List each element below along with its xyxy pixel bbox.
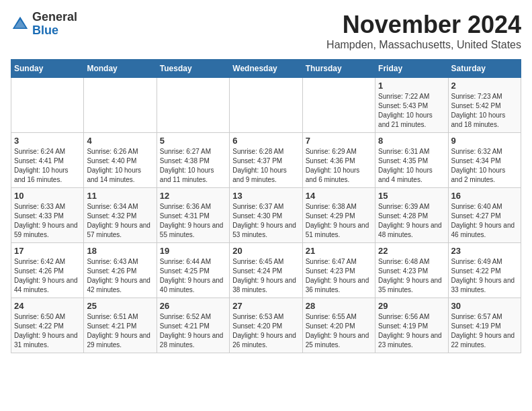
day-number: 10 [14, 191, 81, 201]
calendar-body: 1Sunrise: 7:22 AM Sunset: 5:43 PM Daylig… [11, 78, 521, 353]
day-info: Sunrise: 6:44 AM Sunset: 4:25 PM Dayligh… [160, 257, 226, 295]
calendar-cell: 21Sunrise: 6:47 AM Sunset: 4:23 PM Dayli… [302, 243, 375, 298]
day-number: 4 [87, 136, 153, 146]
calendar-cell: 19Sunrise: 6:44 AM Sunset: 4:25 PM Dayli… [157, 243, 229, 298]
day-info: Sunrise: 6:47 AM Sunset: 4:23 PM Dayligh… [306, 257, 372, 295]
day-of-week-header: Saturday [448, 60, 521, 78]
day-info: Sunrise: 6:29 AM Sunset: 4:36 PM Dayligh… [306, 147, 372, 185]
calendar-cell: 13Sunrise: 6:37 AM Sunset: 4:30 PM Dayli… [230, 188, 302, 243]
day-of-week-header: Wednesday [230, 60, 302, 78]
day-info: Sunrise: 6:33 AM Sunset: 4:33 PM Dayligh… [14, 202, 81, 240]
calendar-cell: 23Sunrise: 6:49 AM Sunset: 4:22 PM Dayli… [448, 243, 521, 298]
day-number: 27 [232, 301, 299, 311]
calendar-cell: 27Sunrise: 6:53 AM Sunset: 4:20 PM Dayli… [230, 298, 302, 353]
day-number: 28 [306, 301, 372, 311]
calendar-week-row: 24Sunrise: 6:50 AM Sunset: 4:22 PM Dayli… [11, 298, 521, 353]
day-number: 24 [14, 301, 81, 311]
calendar-week-row: 1Sunrise: 7:22 AM Sunset: 5:43 PM Daylig… [11, 78, 521, 133]
calendar-cell: 20Sunrise: 6:45 AM Sunset: 4:24 PM Dayli… [230, 243, 302, 298]
day-number: 8 [378, 136, 445, 146]
calendar-cell: 22Sunrise: 6:48 AM Sunset: 4:23 PM Dayli… [375, 243, 448, 298]
day-info: Sunrise: 6:53 AM Sunset: 4:20 PM Dayligh… [232, 312, 299, 350]
calendar-cell: 1Sunrise: 7:22 AM Sunset: 5:43 PM Daylig… [375, 78, 448, 133]
calendar-week-row: 10Sunrise: 6:33 AM Sunset: 4:33 PM Dayli… [11, 188, 521, 243]
day-number: 20 [232, 246, 299, 256]
day-number: 13 [232, 191, 299, 201]
day-number: 3 [14, 136, 81, 146]
calendar-cell [157, 78, 229, 133]
day-number: 16 [451, 191, 518, 201]
day-info: Sunrise: 6:32 AM Sunset: 4:34 PM Dayligh… [451, 147, 518, 185]
day-number: 21 [306, 246, 372, 256]
title-area: November 2024 Hampden, Massachusetts, Un… [326, 11, 521, 51]
calendar-cell: 8Sunrise: 6:31 AM Sunset: 4:35 PM Daylig… [375, 133, 448, 188]
calendar-cell: 30Sunrise: 6:57 AM Sunset: 4:19 PM Dayli… [448, 298, 521, 353]
logo: General Blue [11, 11, 77, 38]
day-info: Sunrise: 6:28 AM Sunset: 4:37 PM Dayligh… [232, 147, 299, 185]
calendar-cell: 11Sunrise: 6:34 AM Sunset: 4:32 PM Dayli… [84, 188, 157, 243]
day-info: Sunrise: 6:45 AM Sunset: 4:24 PM Dayligh… [232, 257, 299, 295]
day-number: 19 [160, 246, 226, 256]
calendar-week-row: 17Sunrise: 6:42 AM Sunset: 4:26 PM Dayli… [11, 243, 521, 298]
day-info: Sunrise: 6:24 AM Sunset: 4:41 PM Dayligh… [14, 147, 81, 185]
day-info: Sunrise: 6:51 AM Sunset: 4:21 PM Dayligh… [87, 312, 153, 350]
calendar-cell: 4Sunrise: 6:26 AM Sunset: 4:40 PM Daylig… [84, 133, 157, 188]
day-info: Sunrise: 6:49 AM Sunset: 4:22 PM Dayligh… [451, 257, 518, 295]
day-number: 15 [378, 191, 445, 201]
day-number: 1 [378, 81, 445, 91]
calendar-cell: 24Sunrise: 6:50 AM Sunset: 4:22 PM Dayli… [11, 298, 84, 353]
day-of-week-header: Sunday [11, 60, 84, 78]
calendar-cell: 2Sunrise: 7:23 AM Sunset: 5:42 PM Daylig… [448, 78, 521, 133]
day-number: 14 [306, 191, 372, 201]
day-number: 7 [306, 136, 372, 146]
month-title: November 2024 [326, 11, 521, 39]
calendar-cell: 14Sunrise: 6:38 AM Sunset: 4:29 PM Dayli… [302, 188, 375, 243]
calendar-cell: 28Sunrise: 6:55 AM Sunset: 4:20 PM Dayli… [302, 298, 375, 353]
day-info: Sunrise: 6:31 AM Sunset: 4:35 PM Dayligh… [378, 147, 445, 185]
day-number: 18 [87, 246, 153, 256]
day-info: Sunrise: 6:34 AM Sunset: 4:32 PM Dayligh… [87, 202, 153, 240]
location-title: Hampden, Massachusetts, United States [326, 39, 521, 51]
calendar-table: SundayMondayTuesdayWednesdayThursdayFrid… [11, 59, 521, 353]
day-number: 23 [451, 246, 518, 256]
header: General Blue November 2024 Hampden, Mass… [11, 11, 521, 51]
calendar-cell: 17Sunrise: 6:42 AM Sunset: 4:26 PM Dayli… [11, 243, 84, 298]
day-number: 11 [87, 191, 153, 201]
logo-icon [11, 15, 30, 34]
day-info: Sunrise: 6:37 AM Sunset: 4:30 PM Dayligh… [232, 202, 299, 240]
day-number: 25 [87, 301, 153, 311]
calendar-cell: 25Sunrise: 6:51 AM Sunset: 4:21 PM Dayli… [84, 298, 157, 353]
calendar-cell: 10Sunrise: 6:33 AM Sunset: 4:33 PM Dayli… [11, 188, 84, 243]
day-number: 29 [378, 301, 445, 311]
day-number: 2 [451, 81, 518, 91]
day-number: 6 [232, 136, 299, 146]
calendar-cell: 29Sunrise: 6:56 AM Sunset: 4:19 PM Dayli… [375, 298, 448, 353]
calendar-week-row: 3Sunrise: 6:24 AM Sunset: 4:41 PM Daylig… [11, 133, 521, 188]
calendar-cell [302, 78, 375, 133]
day-info: Sunrise: 6:55 AM Sunset: 4:20 PM Dayligh… [306, 312, 372, 350]
day-info: Sunrise: 6:56 AM Sunset: 4:19 PM Dayligh… [378, 312, 445, 350]
calendar-cell [11, 78, 84, 133]
logo-blue: Blue [32, 24, 58, 37]
day-info: Sunrise: 6:38 AM Sunset: 4:29 PM Dayligh… [306, 202, 372, 240]
day-number: 26 [160, 301, 226, 311]
calendar-cell: 12Sunrise: 6:36 AM Sunset: 4:31 PM Dayli… [157, 188, 229, 243]
day-info: Sunrise: 6:48 AM Sunset: 4:23 PM Dayligh… [378, 257, 445, 295]
day-info: Sunrise: 6:40 AM Sunset: 4:27 PM Dayligh… [451, 202, 518, 240]
calendar-cell: 16Sunrise: 6:40 AM Sunset: 4:27 PM Dayli… [448, 188, 521, 243]
calendar-cell: 5Sunrise: 6:27 AM Sunset: 4:38 PM Daylig… [157, 133, 229, 188]
calendar-cell [84, 78, 157, 133]
day-info: Sunrise: 6:26 AM Sunset: 4:40 PM Dayligh… [87, 147, 153, 185]
day-of-week-header: Tuesday [157, 60, 229, 78]
day-of-week-header: Monday [84, 60, 157, 78]
logo-general: General [32, 10, 77, 24]
day-number: 9 [451, 136, 518, 146]
calendar-header-row: SundayMondayTuesdayWednesdayThursdayFrid… [11, 60, 521, 78]
day-info: Sunrise: 6:39 AM Sunset: 4:28 PM Dayligh… [378, 202, 445, 240]
day-info: Sunrise: 7:23 AM Sunset: 5:42 PM Dayligh… [451, 92, 518, 130]
calendar-cell: 3Sunrise: 6:24 AM Sunset: 4:41 PM Daylig… [11, 133, 84, 188]
day-number: 17 [14, 246, 81, 256]
day-number: 22 [378, 246, 445, 256]
day-number: 30 [451, 301, 518, 311]
day-of-week-header: Thursday [302, 60, 375, 78]
